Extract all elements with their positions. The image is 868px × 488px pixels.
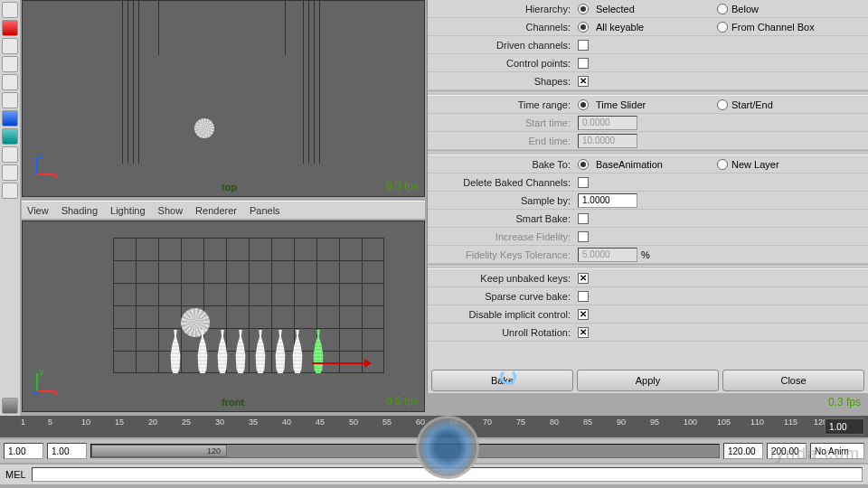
viewport-front[interactable]: yxz front 0.5 fps <box>22 221 425 412</box>
pin-6 <box>272 330 288 373</box>
menu-shading[interactable]: Shading <box>61 205 98 216</box>
pin-5 <box>252 330 269 373</box>
tick: 105 <box>717 418 731 427</box>
handle-mid: 120 <box>207 446 221 455</box>
channels-allkeyable-radio[interactable] <box>578 22 589 33</box>
single-pane-icon[interactable] <box>2 398 18 414</box>
soft-mod-tool-icon[interactable] <box>2 146 18 163</box>
mel-label: MEL <box>5 469 26 480</box>
close-button[interactable]: Close <box>722 370 864 391</box>
viewport-label-front: front <box>222 397 244 408</box>
driven-label: Driven channels: <box>428 40 574 51</box>
lane-geometry <box>122 1 321 164</box>
x-axis-arrow <box>312 362 366 364</box>
grid <box>113 238 384 373</box>
control-points-checkbox[interactable] <box>578 58 589 69</box>
svg-text:y: y <box>39 368 44 377</box>
tick: 90 <box>617 418 626 427</box>
viewport-top[interactable]: zx top 0.3 fps <box>22 0 425 197</box>
channels-channelbox-label: From Channel Box <box>731 22 815 33</box>
current-frame-field[interactable]: 1.00 <box>825 418 864 435</box>
hierarchy-selected-radio[interactable] <box>578 4 589 14</box>
smart-bake-label: Smart Bake: <box>428 213 574 224</box>
tick: 80 <box>550 418 559 427</box>
fidelity-tolerance-label: Fidelity Keys Tolerance: <box>428 249 574 260</box>
pin-7 <box>289 330 306 373</box>
tick: 25 <box>182 418 191 427</box>
svg-text:x: x <box>53 388 59 395</box>
pin-2 <box>194 330 211 373</box>
disable-implicit-checkbox[interactable]: ✕ <box>578 309 589 320</box>
last-tool-icon[interactable] <box>2 183 18 199</box>
select-tool-icon[interactable] <box>2 2 18 18</box>
tick: 75 <box>516 418 525 427</box>
apply-button[interactable]: Apply <box>577 370 719 391</box>
show-manip-icon[interactable] <box>2 164 18 181</box>
tick: 10 <box>81 418 90 427</box>
bowling-ball-top <box>194 118 214 138</box>
delete-baked-checkbox[interactable] <box>578 177 589 188</box>
shapes-checkbox[interactable]: ✕ <box>578 76 589 87</box>
tick: 20 <box>148 418 157 427</box>
hierarchy-below-label: Below <box>731 4 759 14</box>
range-slider[interactable]: 120 <box>90 444 720 458</box>
increase-fidelity-checkbox <box>578 231 589 242</box>
start-end-radio[interactable] <box>717 99 728 110</box>
driven-checkbox[interactable] <box>578 40 589 51</box>
rotate-tool-icon[interactable] <box>2 92 18 108</box>
maya-logo-icon <box>416 416 479 479</box>
tick: 15 <box>115 418 124 427</box>
menu-show[interactable]: Show <box>158 205 184 216</box>
baseanim-radio[interactable] <box>578 159 589 170</box>
hierarchy-selected-label: Selected <box>596 4 635 14</box>
sparse-curve-checkbox[interactable] <box>578 291 589 302</box>
disable-implicit-label: Disable implicit control: <box>428 309 574 320</box>
unroll-rotation-checkbox[interactable]: ✕ <box>578 327 589 338</box>
tick: 40 <box>282 418 291 427</box>
scale-tool-icon[interactable] <box>2 110 18 127</box>
end-time-input <box>578 134 637 148</box>
manip-tool-icon[interactable] <box>2 128 18 145</box>
svg-text:x: x <box>53 171 59 178</box>
viewport-menu-bar: View Shading Lighting Show Renderer Pane… <box>22 201 425 219</box>
sample-by-input[interactable] <box>578 193 637 208</box>
tick: 110 <box>750 418 764 427</box>
bake-to-label: Bake To: <box>428 159 574 170</box>
move-tool-icon[interactable] <box>2 74 18 90</box>
tool-shelf <box>0 0 20 416</box>
tick: 70 <box>483 418 492 427</box>
range-handle[interactable]: 120 <box>91 445 227 457</box>
viewport-label-top: top <box>222 182 237 192</box>
menu-lighting[interactable]: Lighting <box>110 205 146 216</box>
tick: 95 <box>650 418 659 427</box>
menu-view[interactable]: View <box>27 205 49 216</box>
hierarchy-below-radio[interactable] <box>717 4 728 14</box>
paint-tool-icon[interactable] <box>2 56 18 72</box>
start-time-label: Start time: <box>428 117 574 128</box>
range-end-inner[interactable]: 120.00 <box>723 443 763 459</box>
tick: 45 <box>316 418 325 427</box>
channels-channelbox-radio[interactable] <box>717 22 728 33</box>
watermark: lynda.com <box>770 445 861 464</box>
pin-1 <box>167 330 184 373</box>
arrow-tool-icon[interactable] <box>2 20 18 36</box>
newlayer-radio[interactable] <box>717 159 728 170</box>
time-slider-radio[interactable] <box>578 99 589 110</box>
bake-simulation-dialog: Hierarchy: Selected Below Channels: All … <box>427 0 868 393</box>
tick: 50 <box>349 418 358 427</box>
viewport-fps-right: 0.3 fps <box>828 396 861 408</box>
keep-unbaked-checkbox[interactable]: ✕ <box>578 273 589 284</box>
loading-spinner-icon <box>500 369 516 385</box>
menu-panels[interactable]: Panels <box>250 205 280 216</box>
range-start-outer[interactable]: 1.00 <box>4 443 43 459</box>
lasso-tool-icon[interactable] <box>2 38 18 54</box>
menu-renderer[interactable]: Renderer <box>195 205 237 216</box>
svg-text:z: z <box>39 151 44 160</box>
time-slider-label: Time Slider <box>596 99 646 110</box>
viewport-fps-top: 0.3 fps <box>386 180 419 192</box>
viewport-fps-front: 0.5 fps <box>386 395 419 408</box>
tick: 30 <box>215 418 224 427</box>
smart-bake-checkbox[interactable] <box>578 213 589 224</box>
channels-label: Channels: <box>428 22 574 33</box>
range-start-inner[interactable]: 1.00 <box>47 443 87 459</box>
